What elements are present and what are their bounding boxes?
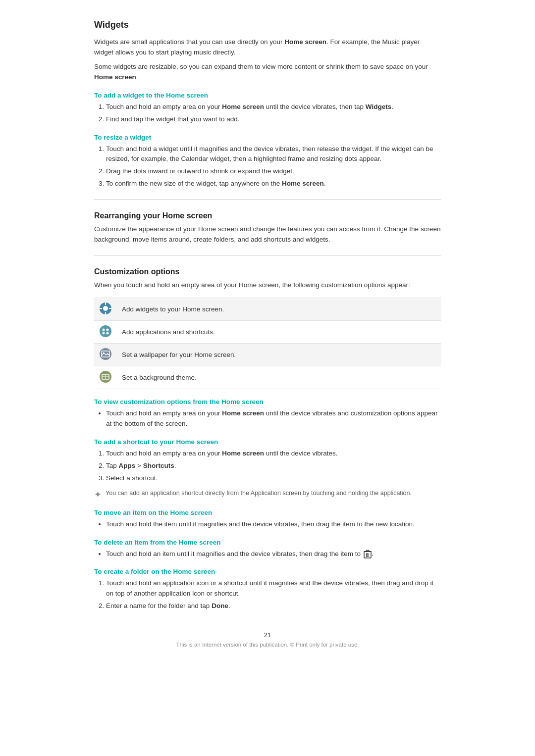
add-widget-step-2: Find and tap the widget that you want to… [106,114,441,125]
shortcut-step-3: Select a shortcut. [106,473,441,484]
customization-row-apps: Add applications and shortcuts. [94,320,441,343]
page-content: Widgets Widgets are small applications t… [74,0,461,677]
customization-row-widget: Add widgets to your Home screen. [94,298,441,320]
widgets-intro1: Widgets are small applications that you … [94,37,441,58]
resize-widget-steps: Touch and hold a widget until it magnifi… [106,144,441,190]
add-widget-heading: To add a widget to the Home screen [94,92,441,99]
theme-icon-cell [94,366,117,389]
add-widget-steps: Touch and hold an empty area on your Hom… [106,102,441,125]
folder-step-1: Touch and hold an application icon or a … [106,578,441,599]
move-item-heading: To move an item on the Home screen [94,509,441,516]
view-customization-heading: To view customization options from the H… [94,398,441,405]
shortcut-step-2: Tap Apps > Shortcuts. [106,461,441,471]
svg-point-7 [103,328,105,331]
svg-point-1 [103,306,108,311]
customization-option-widget-label: Add widgets to your Home screen. [117,298,441,320]
rearranging-title: Rearranging your Home screen [94,211,441,220]
widget-icon [99,302,112,315]
move-item-steps: Touch and hold the item until it magnifi… [106,519,441,530]
rearranging-intro: Customize the appearance of your Home sc… [94,224,441,245]
widgets-intro2: Some widgets are resizable, so you can e… [94,62,441,83]
customization-intro: When you touch and hold an empty area of… [94,280,441,291]
trash-icon [364,549,372,559]
customization-row-theme: Set a background theme. [94,366,441,389]
view-customization-steps: Touch and hold an empty area on your Hom… [106,408,441,429]
add-widget-step-1: Touch and hold an empty area on your Hom… [106,102,441,112]
customization-option-apps-label: Add applications and shortcuts. [117,320,441,343]
customization-option-theme-label: Set a background theme. [117,366,441,389]
wallpaper-icon [99,348,112,360]
delete-item-step-1: Touch and hold an item until it magnifie… [106,549,441,559]
shortcut-step-1: Touch and hold an empty area on your Hom… [106,449,441,459]
widgets-title: Widgets [94,20,441,32]
add-shortcut-steps: Touch and hold an empty area on your Hom… [106,449,441,484]
divider-1 [94,199,441,200]
apps-icon [99,325,112,338]
resize-step-1: Touch and hold a widget until it magnifi… [106,144,441,165]
tip-box: ✦ You can add an application shortcut di… [94,489,441,500]
footer-text: This is an Internet version of this publ… [94,642,441,648]
svg-point-10 [107,332,109,334]
move-item-step-1: Touch and hold the item until it magnifi… [106,519,441,530]
svg-point-6 [100,325,111,337]
svg-point-9 [103,332,105,334]
delete-item-steps: Touch and hold an item until it magnifie… [106,549,441,559]
tip-text: You can add an application shortcut dire… [106,489,412,498]
divider-2 [94,255,441,255]
create-folder-steps: Touch and hold an application icon or a … [106,578,441,611]
customization-title: Customization options [94,267,441,276]
resize-step-3: To confirm the new size of the widget, t… [106,179,441,189]
widget-icon-cell [94,298,117,320]
svg-point-8 [107,328,109,331]
resize-step-2: Drag the dots inward or outward to shrin… [106,166,441,177]
customization-table: Add widgets to your Home screen. Add app… [94,298,441,389]
theme-icon [99,370,112,383]
view-customization-step-1: Touch and hold an empty area on your Hom… [106,408,441,429]
add-shortcut-heading: To add a shortcut to your Home screen [94,438,441,446]
customization-row-wallpaper: Set a wallpaper for your Home screen. [94,343,441,366]
create-folder-heading: To create a folder on the Home screen [94,568,441,575]
resize-widget-heading: To resize a widget [94,134,441,141]
wallpaper-icon-cell [94,343,117,366]
apps-icon-cell [94,320,117,343]
folder-step-2: Enter a name for the folder and tap Done… [106,601,441,611]
customization-option-wallpaper-label: Set a wallpaper for your Home screen. [117,343,441,366]
delete-item-heading: To delete an item from the Home screen [94,539,441,546]
tip-icon: ✦ [94,489,102,500]
page-number: 21 [94,631,441,639]
